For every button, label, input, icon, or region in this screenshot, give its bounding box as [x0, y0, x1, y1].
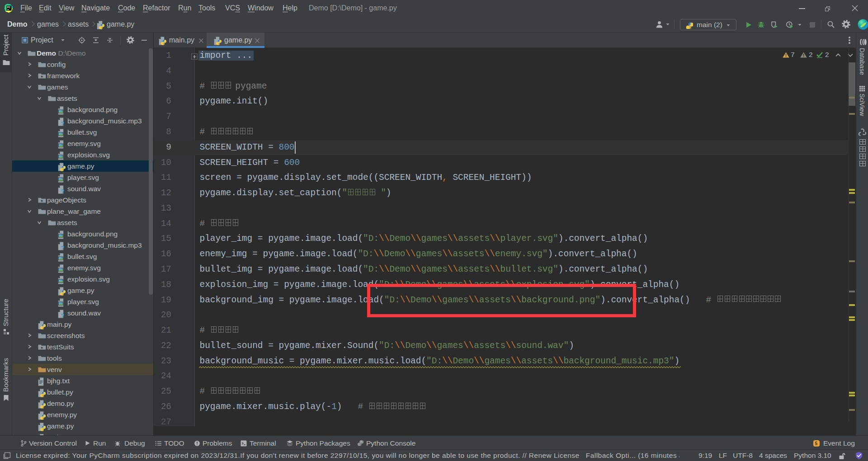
svg-text:?: ? — [61, 312, 64, 319]
svg-text:?: ? — [61, 188, 64, 194]
svg-text:5: 5 — [815, 441, 818, 446]
svg-text:PC: PC — [7, 6, 11, 9]
svg-text:?: ? — [61, 245, 64, 251]
svg-text:?: ? — [61, 120, 64, 127]
